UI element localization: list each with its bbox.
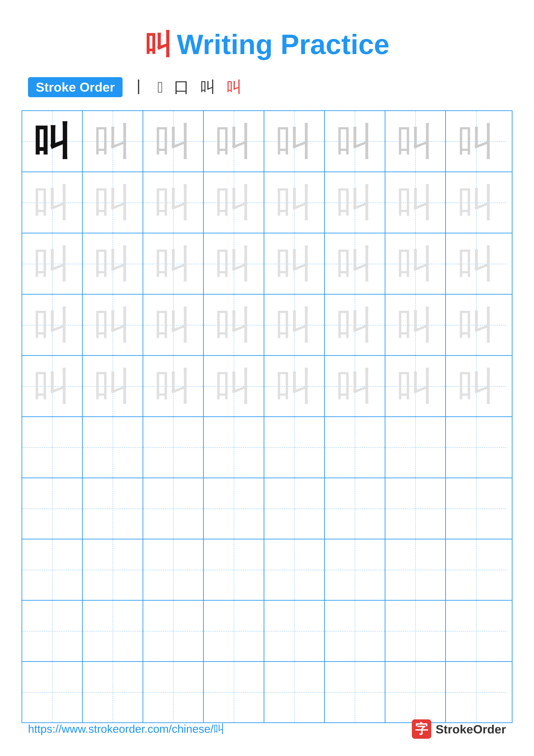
grid-cell[interactable]: 叫 <box>143 172 204 233</box>
character-faint: 叫 <box>33 244 71 283</box>
character-faint: 叫 <box>275 367 314 406</box>
grid-cell[interactable]: 叫 <box>204 233 264 294</box>
grid-cell-blank[interactable] <box>143 662 204 722</box>
grid-cell-blank[interactable] <box>83 478 143 539</box>
grid-cell[interactable]: 叫 <box>83 111 143 172</box>
stroke-step-1: 丨 <box>131 77 147 97</box>
grid-cell[interactable]: 叫 <box>325 295 385 355</box>
grid-cell-blank[interactable] <box>204 662 264 722</box>
grid-cell[interactable]: 叫 <box>143 295 204 355</box>
grid-cell-blank[interactable] <box>22 601 83 661</box>
character-faint: 叫 <box>457 306 496 344</box>
grid-cell[interactable]: 叫 <box>143 233 204 294</box>
grid-cell[interactable]: 叫 <box>264 111 325 172</box>
grid-cell-blank[interactable] <box>83 662 143 722</box>
character-faint: 叫 <box>275 183 314 222</box>
grid-cell[interactable]: 叫 <box>325 233 385 294</box>
grid-cell[interactable]: 叫 <box>204 356 264 417</box>
grid-cell-blank[interactable] <box>325 539 385 600</box>
grid-cell-blank[interactable] <box>22 478 83 539</box>
grid-cell[interactable]: 叫 <box>22 172 83 233</box>
grid-cell-blank[interactable] <box>446 478 506 539</box>
grid-cell[interactable]: 叫 <box>22 295 83 355</box>
grid-cell-blank[interactable] <box>264 417 325 477</box>
grid-cell[interactable]: 叫 <box>83 233 143 294</box>
grid-cell[interactable]: 叫 <box>22 111 83 172</box>
grid-cell[interactable]: 叫 <box>22 233 83 294</box>
grid-cell-blank[interactable] <box>83 539 143 600</box>
grid-cell-blank[interactable] <box>204 478 264 539</box>
grid-cell-blank[interactable] <box>264 662 325 722</box>
grid-cell-blank[interactable] <box>22 662 83 722</box>
grid-cell-blank[interactable] <box>204 539 264 600</box>
grid-cell-blank[interactable] <box>22 539 83 600</box>
grid-cell[interactable]: 叫 <box>325 111 385 172</box>
grid-cell-blank[interactable] <box>446 601 506 661</box>
grid-cell-blank[interactable] <box>325 662 385 722</box>
character-faint: 叫 <box>335 244 374 283</box>
grid-cell[interactable]: 叫 <box>264 356 325 417</box>
grid-cell-blank[interactable] <box>325 601 385 661</box>
stroke-order-section: Stroke Order 丨 𠃌 口 叫 叫 <box>0 77 534 97</box>
grid-row-blank <box>22 417 512 478</box>
character-faint: 叫 <box>335 367 374 406</box>
grid-cell[interactable]: 叫 <box>204 295 264 355</box>
grid-cell[interactable]: 叫 <box>325 172 385 233</box>
grid-cell-blank[interactable] <box>143 601 204 661</box>
grid-cell[interactable]: 叫 <box>83 172 143 233</box>
grid-cell[interactable]: 叫 <box>264 233 325 294</box>
grid-cell-blank[interactable] <box>264 601 325 661</box>
grid-cell[interactable]: 叫 <box>446 295 506 355</box>
grid-cell-blank[interactable] <box>385 662 446 722</box>
grid-cell[interactable]: 叫 <box>143 356 204 417</box>
grid-cell-blank[interactable] <box>143 417 204 477</box>
character-faint: 叫 <box>93 183 132 222</box>
character-bold: 叫 <box>33 122 71 161</box>
character-faint: 叫 <box>214 306 253 344</box>
grid-cell[interactable]: 叫 <box>83 295 143 355</box>
grid-cell-blank[interactable] <box>385 539 446 600</box>
character-faint: 叫 <box>396 183 435 222</box>
grid-cell-blank[interactable] <box>446 662 506 722</box>
grid-cell-blank[interactable] <box>446 417 506 477</box>
character-guide: 叫 <box>457 122 496 161</box>
grid-cell-blank[interactable] <box>325 417 385 477</box>
grid-cell[interactable]: 叫 <box>446 356 506 417</box>
grid-row: 叫 叫 叫 叫 叫 叫 叫 叫 <box>22 295 512 356</box>
grid-cell[interactable]: 叫 <box>204 111 264 172</box>
grid-cell-blank[interactable] <box>204 417 264 477</box>
character-faint: 叫 <box>154 306 192 344</box>
grid-cell-blank[interactable] <box>385 478 446 539</box>
grid-cell[interactable]: 叫 <box>446 233 506 294</box>
grid-cell[interactable]: 叫 <box>143 111 204 172</box>
grid-cell-blank[interactable] <box>446 539 506 600</box>
grid-cell[interactable]: 叫 <box>264 172 325 233</box>
character-faint: 叫 <box>154 183 192 222</box>
grid-cell[interactable]: 叫 <box>325 356 385 417</box>
grid-cell[interactable]: 叫 <box>446 111 506 172</box>
grid-cell[interactable]: 叫 <box>385 233 446 294</box>
grid-cell-blank[interactable] <box>325 478 385 539</box>
grid-cell-blank[interactable] <box>385 417 446 477</box>
grid-cell[interactable]: 叫 <box>22 356 83 417</box>
character-faint: 叫 <box>275 306 314 344</box>
grid-cell-blank[interactable] <box>22 417 83 477</box>
grid-cell[interactable]: 叫 <box>204 172 264 233</box>
grid-cell-blank[interactable] <box>264 539 325 600</box>
grid-cell[interactable]: 叫 <box>385 172 446 233</box>
grid-cell[interactable]: 叫 <box>385 111 446 172</box>
grid-cell[interactable]: 叫 <box>385 356 446 417</box>
logo-icon: 字 <box>412 719 431 739</box>
grid-cell[interactable]: 叫 <box>83 356 143 417</box>
grid-cell[interactable]: 叫 <box>264 295 325 355</box>
grid-cell[interactable]: 叫 <box>446 172 506 233</box>
grid-cell-blank[interactable] <box>385 601 446 661</box>
grid-cell-blank[interactable] <box>83 417 143 477</box>
grid-cell-blank[interactable] <box>143 478 204 539</box>
grid-cell-blank[interactable] <box>204 601 264 661</box>
character-faint: 叫 <box>154 367 192 406</box>
grid-cell[interactable]: 叫 <box>385 295 446 355</box>
grid-cell-blank[interactable] <box>143 539 204 600</box>
grid-cell-blank[interactable] <box>264 478 325 539</box>
grid-cell-blank[interactable] <box>83 601 143 661</box>
